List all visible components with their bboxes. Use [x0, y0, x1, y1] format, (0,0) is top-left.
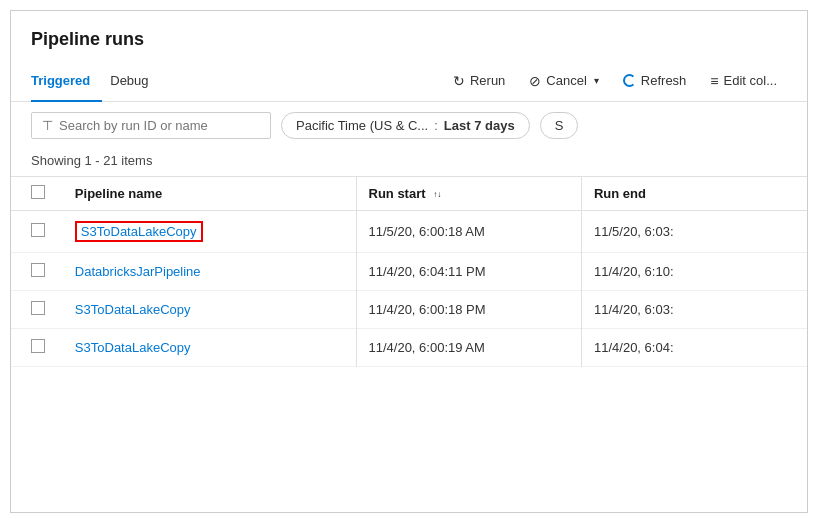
run-start-cell: 11/4/20, 6:04:11 PM — [356, 253, 581, 291]
table-row: S3ToDataLakeCopy11/4/20, 6:00:19 AM11/4/… — [11, 329, 807, 367]
search-input[interactable] — [59, 118, 260, 133]
cancel-icon: ⊘ — [529, 73, 541, 89]
pipeline-name-cell: S3ToDataLakeCopy — [63, 291, 356, 329]
tab-triggered[interactable]: Triggered — [31, 60, 102, 102]
run-end-cell: 11/4/20, 6:10: — [581, 253, 807, 291]
run-start-cell: 11/5/20, 6:00:18 AM — [356, 211, 581, 253]
time-filter[interactable]: Pacific Time (US & C... : Last 7 days — [281, 112, 530, 139]
row-checkbox[interactable] — [31, 263, 45, 277]
highlight-cell: S3ToDataLakeCopy — [75, 221, 203, 242]
run-end-cell: 11/4/20, 6:04: — [581, 329, 807, 367]
refresh-icon — [623, 74, 636, 87]
pipeline-name-link[interactable]: S3ToDataLakeCopy — [81, 224, 197, 239]
row-checkbox-cell — [11, 253, 63, 291]
run-end-cell: 11/5/20, 6:03: — [581, 211, 807, 253]
rerun-icon: ↻ — [453, 73, 465, 89]
row-checkbox-cell — [11, 291, 63, 329]
row-checkbox[interactable] — [31, 223, 45, 237]
table-row: DatabricksJarPipeline11/4/20, 6:04:11 PM… — [11, 253, 807, 291]
table-container: Pipeline name Run start ↑↓ Run end S3ToD… — [11, 176, 807, 367]
pipeline-name-cell: DatabricksJarPipeline — [63, 253, 356, 291]
refresh-button[interactable]: Refresh — [613, 68, 697, 93]
run-end-header: Run end — [581, 177, 807, 211]
pipeline-name-header: Pipeline name — [63, 177, 356, 211]
runs-table: Pipeline name Run start ↑↓ Run end S3ToD… — [11, 176, 807, 367]
edit-columns-icon: ≡ — [710, 73, 718, 89]
pipeline-name-link[interactable]: S3ToDataLakeCopy — [75, 340, 191, 355]
status-filter[interactable]: S — [540, 112, 579, 139]
run-start-cell: 11/4/20, 6:00:18 PM — [356, 291, 581, 329]
filter-icon: ⊤ — [42, 118, 53, 133]
toolbar: Triggered Debug ↻ Rerun ⊘ Cancel Refresh… — [11, 60, 807, 102]
timezone-label: Pacific Time (US & C... — [296, 118, 428, 133]
pipeline-name-link[interactable]: S3ToDataLakeCopy — [75, 302, 191, 317]
cancel-button[interactable]: ⊘ Cancel — [519, 68, 608, 94]
page-title: Pipeline runs — [11, 11, 807, 60]
sort-icons: ↑↓ — [433, 191, 441, 199]
select-all-header[interactable] — [11, 177, 63, 211]
pipeline-name-link[interactable]: DatabricksJarPipeline — [75, 264, 201, 279]
toolbar-actions: ↻ Rerun ⊘ Cancel Refresh ≡ Edit col... — [443, 68, 787, 94]
showing-count: Showing 1 - 21 items — [11, 149, 807, 176]
pipeline-name-cell: S3ToDataLakeCopy — [63, 211, 356, 253]
run-end-cell: 11/4/20, 6:03: — [581, 291, 807, 329]
table-row: S3ToDataLakeCopy11/5/20, 6:00:18 AM11/5/… — [11, 211, 807, 253]
filters-row: ⊤ Pacific Time (US & C... : Last 7 days … — [11, 102, 807, 149]
filter-separator: : — [434, 118, 438, 133]
select-all-checkbox[interactable] — [31, 185, 45, 199]
edit-columns-button[interactable]: ≡ Edit col... — [700, 68, 787, 94]
search-box[interactable]: ⊤ — [31, 112, 271, 139]
row-checkbox[interactable] — [31, 301, 45, 315]
date-range-label: Last 7 days — [444, 118, 515, 133]
rerun-button[interactable]: ↻ Rerun — [443, 68, 515, 94]
table-row: S3ToDataLakeCopy11/4/20, 6:00:18 PM11/4/… — [11, 291, 807, 329]
row-checkbox-cell — [11, 211, 63, 253]
row-checkbox[interactable] — [31, 339, 45, 353]
run-start-header[interactable]: Run start ↑↓ — [356, 177, 581, 211]
tab-debug[interactable]: Debug — [110, 60, 160, 102]
row-checkbox-cell — [11, 329, 63, 367]
pipeline-name-cell: S3ToDataLakeCopy — [63, 329, 356, 367]
run-start-cell: 11/4/20, 6:00:19 AM — [356, 329, 581, 367]
